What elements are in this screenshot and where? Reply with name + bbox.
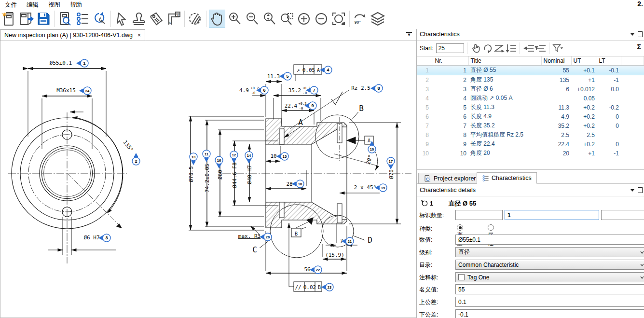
balloon-14[interactable]: 14 [245, 152, 253, 164]
pin-icon[interactable] [638, 31, 643, 37]
renumber-icon[interactable] [482, 42, 493, 54]
find-document-button[interactable] [57, 10, 73, 28]
balloon-11[interactable]: 11 [203, 150, 210, 162]
rotate-90-label: 90° [355, 20, 361, 25]
balloon-16[interactable]: 16 [215, 156, 223, 168]
balloon-2[interactable]: 2 [132, 153, 140, 165]
sort-list-icon[interactable] [505, 42, 517, 54]
characteristic-row[interactable]: 1010角度 2020+1-1 [417, 149, 644, 158]
label-level: 级别: [419, 249, 454, 257]
zoom-fit-button[interactable] [330, 10, 347, 28]
balloon-21[interactable]: 21 [342, 237, 354, 245]
balloon-24[interactable]: 24 [79, 87, 91, 95]
balloon-22[interactable]: 22 [310, 266, 322, 274]
count-input-3[interactable] [601, 210, 644, 220]
balloon-17[interactable]: 17 [387, 157, 395, 169]
stamp-button[interactable] [131, 10, 147, 28]
svg-text:1: 1 [177, 13, 179, 17]
balloon-23[interactable]: 23 [321, 283, 333, 291]
tab-close-icon[interactable]: × [137, 32, 141, 39]
menu-1[interactable]: 编辑 [22, 0, 43, 10]
balloon-12[interactable]: 12 [230, 151, 238, 163]
select-cursor-button[interactable] [113, 10, 130, 28]
layers-button[interactable] [370, 10, 386, 28]
characteristic-row[interactable]: 33直径 Ø 66+0.0120.0 [417, 84, 644, 94]
column-header[interactable]: Nominal [541, 56, 571, 66]
lower-tolerance-input[interactable] [455, 309, 644, 318]
characteristic-row[interactable]: 55长度 11.311.3+0.2-0.2 [417, 103, 644, 112]
tab-project-explorer[interactable]: Project explorer [418, 173, 481, 184]
column-header[interactable]: LT [597, 56, 621, 66]
dimension-label: 0.02 [303, 284, 316, 290]
characteristic-list-button[interactable] [74, 10, 91, 28]
value-input[interactable] [455, 235, 644, 245]
filter-icon[interactable] [552, 42, 564, 54]
column-header[interactable]: UT [571, 56, 597, 66]
details-pin-icon[interactable] [638, 187, 643, 193]
balloon-20[interactable]: 20 [260, 233, 272, 241]
pan-hand-button[interactable] [209, 10, 225, 28]
balloon-19[interactable]: 19 [375, 184, 387, 192]
column-header[interactable] [417, 56, 433, 66]
zoom-selection-button[interactable] [261, 10, 277, 28]
save-button[interactable] [35, 10, 52, 28]
start-number-input[interactable] [436, 43, 464, 53]
revision-cloud-button[interactable] [187, 10, 204, 28]
corner-dimension-button[interactable]: 1A [165, 10, 182, 28]
balloon-8[interactable]: 8 [370, 84, 383, 92]
count-input-2[interactable] [505, 210, 599, 220]
balloon-18[interactable]: 18 [292, 180, 304, 188]
level-select[interactable]: 直径 [455, 247, 644, 257]
svg-text:10: 10 [370, 147, 374, 152]
zoom-out-button[interactable] [244, 10, 260, 28]
tag-checkbox[interactable] [458, 274, 465, 280]
column-header[interactable]: Title [468, 56, 541, 66]
tag-button[interactable] [148, 10, 164, 28]
upper-tolerance-input[interactable] [455, 297, 644, 307]
settings-wrench-button[interactable] [92, 10, 108, 28]
new-document-button[interactable] [0, 10, 17, 28]
tab-characteristics[interactable]: Characteristics [477, 172, 537, 184]
reorder-path-icon[interactable] [493, 42, 505, 54]
balloon-15[interactable]: 15 [276, 152, 288, 160]
svg-text:23: 23 [328, 285, 331, 290]
increase-button[interactable] [296, 10, 312, 28]
sigma-sum-label[interactable]: Σ [637, 43, 641, 51]
dimension-label: 56 [304, 266, 310, 273]
tab-characteristics-label: Characteristics [492, 175, 532, 181]
menu-3[interactable]: 帮助 [65, 0, 87, 10]
catalog-select[interactable]: Common Characteristic [455, 260, 644, 270]
svg-text:21: 21 [348, 239, 352, 244]
menu-0[interactable]: 文件 [0, 0, 22, 10]
characteristic-row[interactable]: 99长度 22.422.4+0.20 [417, 139, 644, 149]
pick-hand-icon[interactable] [470, 42, 482, 54]
characteristic-row[interactable]: 77长度 35.235.2+0.20 [417, 121, 644, 130]
characteristic-row[interactable]: 11直径 Ø 5555+0.1-0.1 [417, 66, 644, 75]
insert-before-icon[interactable] [523, 42, 534, 54]
document-tab[interactable]: New inspection plan (A) | 930-1200-406-V… [0, 29, 145, 41]
insert-after-icon[interactable] [534, 42, 546, 54]
rotate-90-button[interactable]: 90° [352, 10, 369, 28]
column-header[interactable] [621, 56, 644, 66]
zoom-in-button[interactable] [226, 10, 243, 28]
balloon-1[interactable]: 1 [76, 59, 88, 67]
column-header[interactable]: Nr. [433, 56, 468, 66]
balloon-3[interactable]: 3 [98, 234, 110, 242]
open-document-button[interactable] [18, 10, 34, 28]
characteristic-row[interactable]: 66长度 4.94.9+0.20 [417, 112, 644, 121]
characteristic-details-title: Characteristic details [420, 187, 476, 194]
count-input-1[interactable] [455, 210, 503, 220]
zoom-window-button[interactable] [278, 10, 295, 28]
menu-2[interactable]: 视图 [43, 0, 65, 10]
panel-menu-icon[interactable] [630, 33, 634, 36]
drawing-canvas[interactable]: Ø55±0.1M36x15135°Ø6 H7↗0.05A11.34.9+0.2-… [0, 41, 416, 318]
characteristic-row[interactable]: 88平均值粗糙度 Rz 2.52.52.5 [417, 130, 644, 139]
tab-list-collapse-icon[interactable]: ▼ [406, 32, 412, 37]
characteristic-row[interactable]: 22角度 135135+1-1 [417, 75, 644, 85]
characteristic-row[interactable]: 44圆跳动 ↗ 0.05 A0.05 [417, 94, 644, 103]
decrease-button[interactable] [313, 10, 329, 28]
details-menu-icon[interactable] [630, 189, 634, 192]
tag-select[interactable]: Tag One [455, 272, 644, 282]
nominal-input[interactable] [455, 284, 644, 294]
balloon-5[interactable]: 5 [279, 72, 291, 80]
